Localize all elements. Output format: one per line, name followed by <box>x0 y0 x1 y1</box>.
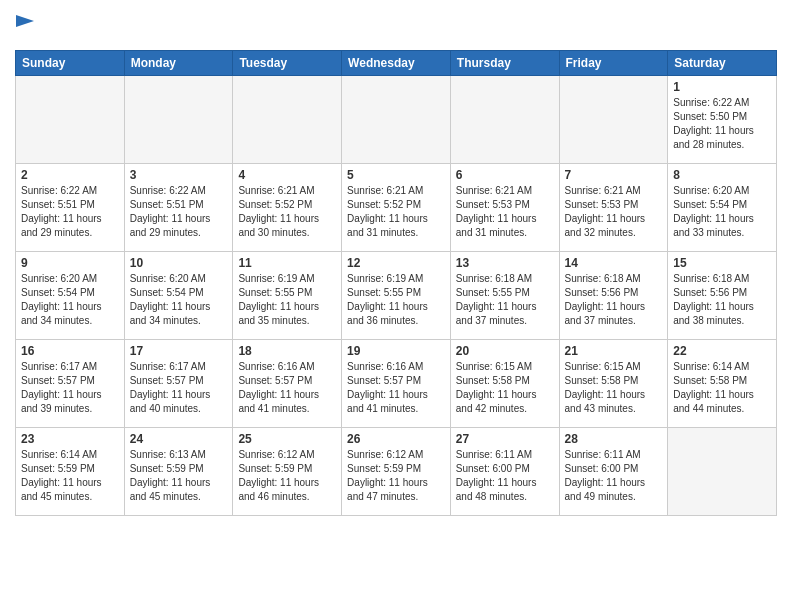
day-info: Sunrise: 6:22 AM Sunset: 5:51 PM Dayligh… <box>21 184 119 240</box>
empty-cell <box>450 76 559 164</box>
day-cell-7: 7Sunrise: 6:21 AM Sunset: 5:53 PM Daylig… <box>559 164 668 252</box>
day-cell-1: 1Sunrise: 6:22 AM Sunset: 5:50 PM Daylig… <box>668 76 777 164</box>
day-number: 18 <box>238 344 336 358</box>
day-cell-5: 5Sunrise: 6:21 AM Sunset: 5:52 PM Daylig… <box>342 164 451 252</box>
day-info: Sunrise: 6:22 AM Sunset: 5:50 PM Dayligh… <box>673 96 771 152</box>
day-number: 7 <box>565 168 663 182</box>
weekday-header-wednesday: Wednesday <box>342 51 451 76</box>
weekday-header-saturday: Saturday <box>668 51 777 76</box>
weekday-header-tuesday: Tuesday <box>233 51 342 76</box>
day-number: 14 <box>565 256 663 270</box>
day-info: Sunrise: 6:17 AM Sunset: 5:57 PM Dayligh… <box>130 360 228 416</box>
day-info: Sunrise: 6:16 AM Sunset: 5:57 PM Dayligh… <box>347 360 445 416</box>
day-info: Sunrise: 6:21 AM Sunset: 5:53 PM Dayligh… <box>565 184 663 240</box>
day-cell-16: 16Sunrise: 6:17 AM Sunset: 5:57 PM Dayli… <box>16 340 125 428</box>
day-info: Sunrise: 6:14 AM Sunset: 5:59 PM Dayligh… <box>21 448 119 504</box>
empty-cell <box>668 428 777 516</box>
day-info: Sunrise: 6:20 AM Sunset: 5:54 PM Dayligh… <box>673 184 771 240</box>
day-info: Sunrise: 6:19 AM Sunset: 5:55 PM Dayligh… <box>347 272 445 328</box>
day-info: Sunrise: 6:15 AM Sunset: 5:58 PM Dayligh… <box>456 360 554 416</box>
day-info: Sunrise: 6:12 AM Sunset: 5:59 PM Dayligh… <box>238 448 336 504</box>
page: SundayMondayTuesdayWednesdayThursdayFrid… <box>0 0 792 531</box>
day-info: Sunrise: 6:20 AM Sunset: 5:54 PM Dayligh… <box>21 272 119 328</box>
day-number: 24 <box>130 432 228 446</box>
day-number: 12 <box>347 256 445 270</box>
day-cell-20: 20Sunrise: 6:15 AM Sunset: 5:58 PM Dayli… <box>450 340 559 428</box>
day-number: 15 <box>673 256 771 270</box>
day-cell-13: 13Sunrise: 6:18 AM Sunset: 5:55 PM Dayli… <box>450 252 559 340</box>
empty-cell <box>559 76 668 164</box>
day-info: Sunrise: 6:21 AM Sunset: 5:52 PM Dayligh… <box>238 184 336 240</box>
logo <box>15 15 35 42</box>
day-info: Sunrise: 6:14 AM Sunset: 5:58 PM Dayligh… <box>673 360 771 416</box>
weekday-header-row: SundayMondayTuesdayWednesdayThursdayFrid… <box>16 51 777 76</box>
empty-cell <box>233 76 342 164</box>
day-cell-23: 23Sunrise: 6:14 AM Sunset: 5:59 PM Dayli… <box>16 428 125 516</box>
day-info: Sunrise: 6:22 AM Sunset: 5:51 PM Dayligh… <box>130 184 228 240</box>
empty-cell <box>16 76 125 164</box>
day-info: Sunrise: 6:19 AM Sunset: 5:55 PM Dayligh… <box>238 272 336 328</box>
day-number: 27 <box>456 432 554 446</box>
day-number: 22 <box>673 344 771 358</box>
day-cell-11: 11Sunrise: 6:19 AM Sunset: 5:55 PM Dayli… <box>233 252 342 340</box>
weekday-header-thursday: Thursday <box>450 51 559 76</box>
day-cell-6: 6Sunrise: 6:21 AM Sunset: 5:53 PM Daylig… <box>450 164 559 252</box>
day-cell-22: 22Sunrise: 6:14 AM Sunset: 5:58 PM Dayli… <box>668 340 777 428</box>
day-info: Sunrise: 6:17 AM Sunset: 5:57 PM Dayligh… <box>21 360 119 416</box>
day-info: Sunrise: 6:18 AM Sunset: 5:56 PM Dayligh… <box>673 272 771 328</box>
day-cell-12: 12Sunrise: 6:19 AM Sunset: 5:55 PM Dayli… <box>342 252 451 340</box>
day-number: 3 <box>130 168 228 182</box>
day-number: 9 <box>21 256 119 270</box>
day-cell-18: 18Sunrise: 6:16 AM Sunset: 5:57 PM Dayli… <box>233 340 342 428</box>
day-number: 16 <box>21 344 119 358</box>
day-number: 13 <box>456 256 554 270</box>
day-cell-21: 21Sunrise: 6:15 AM Sunset: 5:58 PM Dayli… <box>559 340 668 428</box>
week-row-4: 23Sunrise: 6:14 AM Sunset: 5:59 PM Dayli… <box>16 428 777 516</box>
day-info: Sunrise: 6:11 AM Sunset: 6:00 PM Dayligh… <box>456 448 554 504</box>
day-number: 10 <box>130 256 228 270</box>
day-number: 11 <box>238 256 336 270</box>
day-number: 25 <box>238 432 336 446</box>
day-info: Sunrise: 6:20 AM Sunset: 5:54 PM Dayligh… <box>130 272 228 328</box>
header <box>15 10 777 42</box>
empty-cell <box>342 76 451 164</box>
day-number: 1 <box>673 80 771 94</box>
day-number: 6 <box>456 168 554 182</box>
weekday-header-friday: Friday <box>559 51 668 76</box>
day-cell-25: 25Sunrise: 6:12 AM Sunset: 5:59 PM Dayli… <box>233 428 342 516</box>
week-row-3: 16Sunrise: 6:17 AM Sunset: 5:57 PM Dayli… <box>16 340 777 428</box>
logo-flag-icon <box>16 15 34 37</box>
day-number: 21 <box>565 344 663 358</box>
day-cell-8: 8Sunrise: 6:20 AM Sunset: 5:54 PM Daylig… <box>668 164 777 252</box>
day-cell-3: 3Sunrise: 6:22 AM Sunset: 5:51 PM Daylig… <box>124 164 233 252</box>
day-info: Sunrise: 6:13 AM Sunset: 5:59 PM Dayligh… <box>130 448 228 504</box>
day-number: 2 <box>21 168 119 182</box>
day-cell-19: 19Sunrise: 6:16 AM Sunset: 5:57 PM Dayli… <box>342 340 451 428</box>
day-info: Sunrise: 6:18 AM Sunset: 5:56 PM Dayligh… <box>565 272 663 328</box>
day-cell-9: 9Sunrise: 6:20 AM Sunset: 5:54 PM Daylig… <box>16 252 125 340</box>
weekday-header-monday: Monday <box>124 51 233 76</box>
day-info: Sunrise: 6:16 AM Sunset: 5:57 PM Dayligh… <box>238 360 336 416</box>
day-cell-2: 2Sunrise: 6:22 AM Sunset: 5:51 PM Daylig… <box>16 164 125 252</box>
day-cell-24: 24Sunrise: 6:13 AM Sunset: 5:59 PM Dayli… <box>124 428 233 516</box>
day-cell-28: 28Sunrise: 6:11 AM Sunset: 6:00 PM Dayli… <box>559 428 668 516</box>
day-number: 23 <box>21 432 119 446</box>
day-info: Sunrise: 6:18 AM Sunset: 5:55 PM Dayligh… <box>456 272 554 328</box>
week-row-2: 9Sunrise: 6:20 AM Sunset: 5:54 PM Daylig… <box>16 252 777 340</box>
day-info: Sunrise: 6:15 AM Sunset: 5:58 PM Dayligh… <box>565 360 663 416</box>
day-number: 28 <box>565 432 663 446</box>
day-number: 8 <box>673 168 771 182</box>
weekday-header-sunday: Sunday <box>16 51 125 76</box>
week-row-1: 2Sunrise: 6:22 AM Sunset: 5:51 PM Daylig… <box>16 164 777 252</box>
day-info: Sunrise: 6:21 AM Sunset: 5:52 PM Dayligh… <box>347 184 445 240</box>
day-info: Sunrise: 6:11 AM Sunset: 6:00 PM Dayligh… <box>565 448 663 504</box>
day-number: 4 <box>238 168 336 182</box>
day-info: Sunrise: 6:12 AM Sunset: 5:59 PM Dayligh… <box>347 448 445 504</box>
day-cell-17: 17Sunrise: 6:17 AM Sunset: 5:57 PM Dayli… <box>124 340 233 428</box>
day-number: 17 <box>130 344 228 358</box>
calendar-table: SundayMondayTuesdayWednesdayThursdayFrid… <box>15 50 777 516</box>
day-cell-10: 10Sunrise: 6:20 AM Sunset: 5:54 PM Dayli… <box>124 252 233 340</box>
empty-cell <box>124 76 233 164</box>
day-number: 20 <box>456 344 554 358</box>
day-cell-27: 27Sunrise: 6:11 AM Sunset: 6:00 PM Dayli… <box>450 428 559 516</box>
